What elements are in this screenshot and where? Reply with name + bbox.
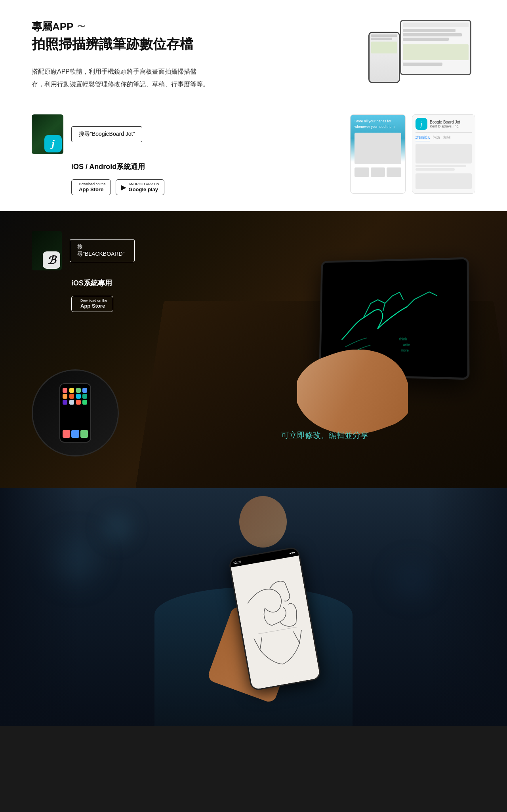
appstore-white-text: Download on the App Store bbox=[80, 299, 107, 309]
content-line bbox=[416, 165, 466, 167]
hero-title-main: 拍照掃描辨識筆跡數位存檔 bbox=[32, 35, 364, 53]
blackboard-search-badge: 搜尋"BLACKBOARD" bbox=[70, 239, 135, 262]
icon-placeholder bbox=[355, 167, 369, 177]
dock-icon bbox=[63, 430, 70, 438]
app-icon-purple bbox=[63, 400, 67, 405]
hero-title-deco: 〜 bbox=[76, 21, 84, 32]
cover-j-icon: j bbox=[44, 135, 62, 152]
hero-section: 專屬APP 〜 拍照掃描辨識筆跡數位存檔 搭配原廠APP軟體，利用手機鏡頭將手寫… bbox=[0, 0, 507, 106]
hand-area bbox=[297, 350, 408, 437]
blackboard-section: think write more bbox=[0, 211, 507, 488]
hero-left: 專屬APP 〜 拍照掃描辨識筆跡數位存檔 搭配原廠APP軟體，利用手機鏡頭將手寫… bbox=[32, 20, 364, 91]
depth-blur-left bbox=[0, 488, 79, 726]
screenshot1-text: Store all your pages for whenever you ne… bbox=[355, 119, 401, 129]
app-icons-grid bbox=[63, 388, 88, 405]
app-icon-teal bbox=[82, 394, 87, 399]
icon-placeholder bbox=[371, 167, 385, 177]
dock-icon bbox=[80, 430, 88, 438]
content-block bbox=[416, 173, 472, 189]
hero-title-app: 專屬APP bbox=[32, 20, 73, 34]
app-icon-orange2 bbox=[76, 400, 81, 405]
phone-circle-area bbox=[32, 369, 119, 456]
depth-blur-right bbox=[428, 488, 507, 726]
person-head bbox=[239, 496, 287, 548]
blackboard-b-icon: ℬ bbox=[43, 251, 60, 269]
screenshot2-header: j Boogie Board Jot Kent Displays, Inc. bbox=[416, 118, 472, 130]
screen-line bbox=[403, 38, 449, 41]
app-screenshot-2: j Boogie Board Jot Kent Displays, Inc. 詳… bbox=[412, 114, 475, 194]
screen-content bbox=[403, 44, 469, 60]
svg-rect-3 bbox=[234, 562, 317, 684]
tab-related[interactable]: 相關 bbox=[443, 135, 450, 141]
app-icon-red2 bbox=[69, 394, 74, 399]
app-screenshots: Store all your pages for whenever you ne… bbox=[350, 114, 475, 194]
appstore-large-text: App Store bbox=[79, 186, 106, 193]
phone-signal: ●●● bbox=[289, 551, 295, 555]
screenshot2-divider bbox=[416, 132, 472, 133]
app-icon-red bbox=[63, 388, 67, 393]
phone-time: 12:00 bbox=[233, 560, 241, 565]
app-section: j 搜尋"BoogieBoard Jot" iOS / Android系統通用 … bbox=[0, 106, 507, 211]
screen-line bbox=[403, 23, 469, 27]
screenshot2-tabs: 詳細資訊 評論 相關 bbox=[416, 135, 472, 141]
play-icon: ▶ bbox=[121, 183, 126, 192]
blackboard-app-info: ℬ 搜尋"BLACKBOARD" iOS系統專用 Download on the… bbox=[0, 211, 166, 331]
hero-description: 搭配原廠APP軟體，利用手機鏡頭將手寫板畫面拍攝掃描儲 存，利用行動裝置輕鬆管理… bbox=[32, 65, 269, 91]
blackboard-tablet-cover: ℬ bbox=[32, 231, 62, 270]
app-icon-yellow bbox=[69, 388, 74, 393]
app-compatibility-label: iOS / Android系統通用 bbox=[71, 162, 164, 171]
screenshot2-content bbox=[416, 144, 472, 189]
screenshot1-content bbox=[355, 133, 401, 164]
google-play-button[interactable]: ▶ ANDROID APP ON Google play bbox=[116, 179, 164, 195]
app-icon-gray bbox=[69, 400, 74, 405]
tab-details[interactable]: 詳細資訊 bbox=[416, 135, 430, 141]
phone-bottom-bar bbox=[63, 430, 88, 439]
app-tablet-cover: j bbox=[32, 114, 63, 154]
screen-line bbox=[403, 29, 456, 32]
app-icon-blue bbox=[82, 388, 87, 393]
hero-device-mockup bbox=[364, 20, 475, 83]
phone-line bbox=[371, 34, 397, 37]
app-store-button[interactable]: Download on the App Store bbox=[71, 179, 111, 195]
googleplay-large-text: Google play bbox=[129, 186, 159, 193]
hero-title-line1: 專屬APP 〜 bbox=[32, 20, 364, 34]
screenshot2-appname: Boogie Board Jot Kent Displays, Inc. bbox=[430, 120, 460, 128]
person-section: 12:00 ●●● bbox=[0, 488, 507, 726]
screen-line bbox=[403, 33, 462, 36]
app-screenshot-1: Store all your pages for whenever you ne… bbox=[350, 114, 406, 194]
hand-shape bbox=[297, 350, 408, 437]
app-left-content: j 搜尋"BoogieBoard Jot" iOS / Android系統通用 … bbox=[32, 114, 164, 195]
screenshot2-icon: j bbox=[416, 118, 427, 130]
tablet-screen bbox=[401, 21, 470, 74]
bokeh-circle-3 bbox=[391, 559, 431, 599]
content-line bbox=[416, 168, 455, 171]
blackboard-appstore-button[interactable]: Download on the App Store bbox=[71, 296, 113, 312]
scene-caption-text: 可立即修改、編輯並分享 bbox=[281, 430, 368, 441]
app-search-badge: 搜尋"BoogieBoard Jot" bbox=[71, 126, 142, 142]
googleplay-small-text: ANDROID APP ON bbox=[129, 182, 159, 186]
svg-text:think: think bbox=[399, 337, 407, 341]
phone-circle-bg bbox=[33, 371, 118, 455]
icon-placeholder bbox=[387, 167, 401, 177]
appstore-small-text: Download on the bbox=[79, 182, 106, 186]
googleplay-text: ANDROID APP ON Google play bbox=[129, 182, 159, 192]
tab-reviews[interactable]: 評論 bbox=[433, 135, 440, 141]
tablet-mockup bbox=[400, 20, 471, 75]
blackboard-icon-row: ℬ 搜尋"BLACKBOARD" bbox=[32, 231, 135, 270]
appstore-white-small: Download on the bbox=[80, 299, 107, 303]
app-icon-green2 bbox=[82, 400, 87, 405]
ios-only-label: iOS系統專用 bbox=[71, 278, 135, 288]
phone-line bbox=[371, 38, 392, 40]
phone-mockup bbox=[368, 32, 400, 83]
svg-text:write: write bbox=[402, 343, 410, 347]
mini-phone-in-circle bbox=[59, 383, 91, 443]
person-torso: 12:00 ●●● bbox=[115, 488, 392, 726]
appstore-white-large: App Store bbox=[80, 303, 107, 309]
app-icon-row: j 搜尋"BoogieBoard Jot" bbox=[32, 114, 164, 154]
content-block bbox=[416, 144, 472, 164]
app-icon-green bbox=[76, 388, 81, 393]
app-icon-cyan bbox=[76, 394, 81, 399]
dock-icon bbox=[71, 430, 79, 438]
screenshot1-icons bbox=[355, 167, 401, 177]
store-buttons-row: Download on the App Store ▶ ANDROID APP … bbox=[71, 179, 164, 195]
